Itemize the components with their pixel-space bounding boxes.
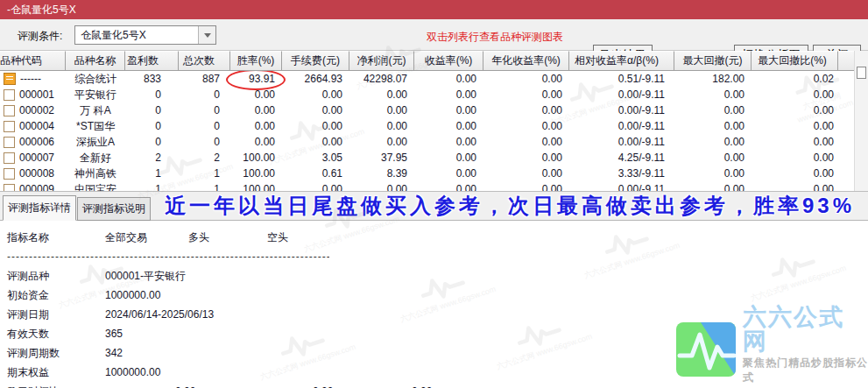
table-row[interactable]: 000004*ST国华000.000.000.000.000.000.00/-9…	[0, 118, 854, 134]
row-checkbox-icon[interactable]	[4, 137, 15, 148]
metric-value: 0.00	[414, 134, 483, 150]
metric-value: 0.00	[674, 118, 752, 134]
metric-value: 0.00	[414, 150, 483, 166]
row-checkbox-icon[interactable]	[4, 184, 15, 192]
row-checkbox-icon[interactable]	[4, 105, 15, 116]
metric-value: 0.61	[282, 166, 349, 181]
table-row[interactable]: 000008神州高铁11100.000.618.390.000.003.33/-…	[0, 166, 854, 181]
tab-indicator-details[interactable]: 评测指标详情	[3, 195, 76, 221]
detail-value-all: 342	[105, 343, 123, 363]
table-row[interactable]: 000001平安银行000.000.000.000.000.000.00/-9.…	[0, 87, 854, 102]
table-row[interactable]: 000009中国宝安11100.000.000.000.000.000.00/-…	[0, 181, 854, 191]
metric-value: 0.00	[414, 71, 483, 87]
column-header[interactable]: 总次数	[179, 51, 230, 71]
detail-header-row: 指标名称 全部交易 多头 空头	[0, 228, 868, 247]
metric-value: 0.00	[349, 134, 414, 150]
detail-value-all: 000001-平安银行	[105, 266, 186, 286]
detail-label: 期末权益	[7, 363, 49, 382]
title-bar[interactable]: -仓鼠量化5号X	[0, 0, 868, 19]
table-scrollbar[interactable]	[854, 51, 868, 191]
metric-value: 0.00	[752, 150, 838, 166]
row-checkbox-icon[interactable]	[4, 152, 15, 164]
detail-label: 评测日期	[7, 305, 49, 324]
column-header[interactable]: 年化收益率(%)	[483, 51, 569, 71]
symbol-name: *ST国华	[66, 118, 125, 134]
symbol-name: 综合统计	[66, 71, 125, 87]
metric-value: 0	[179, 102, 230, 118]
metric-value: 1	[125, 166, 179, 181]
detail-label: 盈亏时间比	[7, 382, 60, 388]
symbol-code: ------	[20, 71, 41, 87]
metric-value: 0.00	[414, 166, 483, 181]
metric-value: 0.00	[349, 181, 414, 191]
column-header[interactable]: 净利润(元)	[349, 51, 414, 71]
column-header[interactable]: 手续费(元)	[282, 51, 349, 71]
metric-value: 100.00	[230, 166, 282, 181]
metric-value: 3.33/-9.11	[569, 166, 674, 181]
symbol-code: 000007	[19, 150, 54, 166]
tab-indicator-description[interactable]: 评测指标说明	[77, 197, 151, 221]
metric-value: 0.00	[674, 102, 752, 118]
metric-value: 0.00	[674, 87, 752, 102]
scrollbar-thumb[interactable]	[857, 67, 866, 79]
condition-select[interactable]: 仓鼠量化5号X	[74, 25, 216, 45]
detail-label: 评测周期数	[7, 343, 60, 363]
metric-value: 1	[179, 181, 230, 191]
detail-col-long: 多头	[188, 228, 209, 247]
metric-value: 0.00	[414, 102, 483, 118]
metric-value: 0.00	[752, 166, 838, 181]
detail-value-all: 0.00	[175, 382, 195, 388]
column-header[interactable]: 胜率(%)	[230, 51, 282, 71]
table-row[interactable]: ------综合统计83388793.912664.9342298.070.00…	[0, 71, 854, 87]
column-header[interactable]: 相对收益率α/β(%)	[569, 51, 674, 71]
metric-value: 2	[125, 150, 179, 166]
metric-value: 0.00	[349, 87, 414, 102]
metric-value: 37.95	[349, 150, 414, 166]
metric-value: 0.00	[414, 87, 483, 102]
detail-label: 有效天数	[7, 324, 49, 343]
metric-value: 0	[125, 102, 179, 118]
detail-value-all: 1000000.00	[105, 286, 160, 305]
column-header[interactable]: 盈利数	[125, 51, 179, 71]
metric-value: 2	[179, 150, 230, 166]
metric-value: 0.00/-9.11	[569, 134, 674, 150]
metric-value: 0.00	[349, 118, 414, 134]
row-checkbox-icon[interactable]	[4, 121, 15, 132]
column-header[interactable]: 品种名称	[66, 51, 125, 71]
detail-row: 初始资金1000000.00	[0, 286, 868, 305]
metric-value: 0.00	[483, 181, 569, 191]
double-click-hint: 双击列表行查看品种评测图表	[427, 30, 563, 45]
header-stub	[838, 51, 854, 71]
metric-value: 0.00	[414, 181, 483, 191]
detail-rows: 评测品种000001-平安银行初始资金1000000.00评测日期2024/06…	[0, 266, 868, 388]
metric-value: 42298.07	[349, 71, 414, 87]
metric-value: 0.00/-9.11	[569, 181, 674, 191]
table-row[interactable]: 000006深振业A000.000.000.000.000.000.00/-9.…	[0, 134, 854, 150]
metric-value: 8.39	[349, 166, 414, 181]
metric-value: 4.25/-9.11	[569, 150, 674, 166]
column-header[interactable]: 品种代码	[0, 51, 66, 71]
chevron-down-icon[interactable]	[198, 26, 215, 44]
metric-value: 0.00/-9.11	[569, 118, 674, 134]
table-row[interactable]: 000007全新好22100.003.0537.950.000.004.25/-…	[0, 150, 854, 166]
metric-value: 0.00/-9.11	[569, 102, 674, 118]
metric-value: 0.00	[282, 102, 349, 118]
backtest-window: -仓鼠量化5号X 评测条件: 仓鼠量化5号X 双击列表行查看品种评测图表 导出结…	[0, 0, 868, 388]
metric-value: 0.00	[752, 181, 838, 191]
metric-value: 0	[125, 87, 179, 102]
metric-value: 0.00	[483, 102, 569, 118]
column-header[interactable]: 最大回撤比(%)	[752, 51, 838, 71]
row-checkbox-icon[interactable]	[4, 89, 15, 101]
symbol-code: 000009	[19, 181, 54, 191]
column-header[interactable]: 收益率(%)	[414, 51, 483, 71]
symbol-name: 万 科A	[66, 102, 125, 118]
metric-value: 93.91	[230, 71, 282, 87]
column-header[interactable]: 最大回撤(元)	[674, 51, 752, 71]
symbol-code: 000001	[19, 87, 54, 102]
table-row[interactable]: 000002万 科A000.000.000.000.000.000.00/-9.…	[0, 102, 854, 118]
metric-value: 0.00	[483, 118, 569, 134]
symbol-name: 神州高铁	[66, 166, 125, 181]
row-checkbox-icon[interactable]	[4, 168, 15, 180]
metric-value: 3.05	[282, 150, 349, 166]
dashed-divider: ----------------------------------------…	[7, 247, 329, 266]
